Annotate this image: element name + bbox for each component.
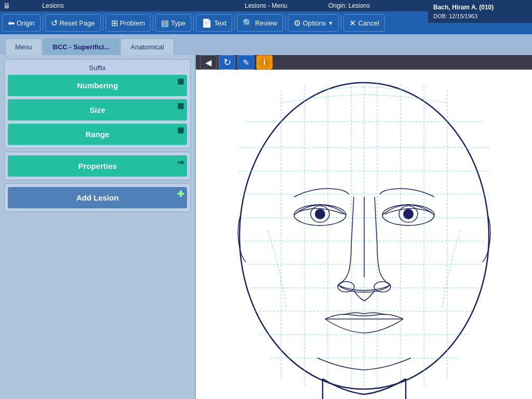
tab-anatomical[interactable]: Anatomical	[121, 38, 174, 55]
text-icon: 📄	[202, 18, 212, 28]
refresh-button[interactable]: ↻	[219, 55, 235, 70]
patient-dob: DOB: 12/15/1963	[433, 12, 527, 21]
problem-icon: ⊞	[111, 18, 118, 28]
info-icon: i	[263, 58, 265, 67]
right-toolbar: ◀ ↻ ✎ i	[196, 55, 532, 70]
suffix-section: Suffix Numbering ▦ Size ▦ Range ▦	[4, 59, 191, 149]
separator-6	[285, 15, 286, 31]
type-icon: ▤	[161, 18, 169, 28]
size-corner-icon: ▦	[177, 101, 184, 110]
face-diagram	[214, 75, 515, 399]
review-button[interactable]: 🔍 Review	[237, 14, 283, 32]
back-icon: ◀	[205, 58, 211, 68]
options-icon: ⚙	[294, 18, 301, 28]
separator-5	[234, 15, 235, 31]
text-button[interactable]: 📄 Text	[196, 14, 232, 32]
left-title: Lesions	[0, 2, 106, 9]
properties-button[interactable]: Properties ⇒	[8, 155, 187, 177]
edit-button[interactable]: ✎	[237, 55, 254, 70]
tab-bcc[interactable]: BCC - Superifici...	[43, 38, 120, 55]
range-button[interactable]: Range ▦	[8, 124, 187, 145]
separator-1	[43, 15, 43, 31]
options-dropdown-icon: ▼	[328, 20, 334, 26]
main-content: Suffix Numbering ▦ Size ▦ Range ▦ Proper…	[0, 55, 532, 399]
tab-row: Menu BCC - Superifici... Anatomical	[0, 34, 532, 55]
separator-7	[341, 15, 341, 31]
refresh-icon: ↻	[223, 57, 231, 68]
info-button[interactable]: i	[256, 55, 273, 70]
dob-value: 12/15/1963	[449, 13, 477, 19]
numbering-corner-icon: ▦	[177, 77, 184, 85]
separator-2	[103, 15, 103, 31]
suffix-title: Suffix	[8, 63, 187, 75]
tab-menu[interactable]: Menu	[5, 38, 42, 55]
patient-name: Bach, Hiram A. (010)	[433, 3, 527, 12]
edit-icon: ✎	[243, 58, 249, 68]
cancel-icon: ✕	[349, 18, 356, 28]
range-corner-icon: ▦	[177, 126, 184, 134]
left-panel: Suffix Numbering ▦ Size ▦ Range ▦ Proper…	[0, 55, 195, 399]
back-button[interactable]: ◀	[200, 55, 217, 70]
dob-label: DOB:	[433, 13, 447, 19]
properties-arrow-icon: ⇒	[177, 157, 184, 167]
right-panel: ◀ ↻ ✎ i	[195, 55, 532, 399]
size-button[interactable]: Size ▦	[8, 99, 187, 121]
separator-3	[153, 15, 153, 31]
origin-button[interactable]: ⬅ Origin	[2, 14, 41, 32]
svg-point-28	[403, 209, 414, 219]
origin-icon: ⬅	[8, 18, 15, 28]
cancel-button[interactable]: ✕ Cancel	[343, 14, 384, 32]
numbering-button[interactable]: Numbering ▦	[8, 75, 187, 96]
separator-4	[193, 15, 194, 31]
review-icon: 🔍	[243, 18, 253, 28]
right-title: Origin: Lesions	[270, 2, 428, 9]
reset-icon: ↺	[51, 18, 58, 28]
add-lesion-icon: ✚	[177, 189, 184, 199]
svg-point-25	[315, 209, 325, 219]
patient-panel: Bach, Hiram A. (010) DOB: 12/15/1963	[428, 0, 532, 23]
add-lesion-button[interactable]: Add Lesion ✚	[8, 187, 187, 208]
type-button[interactable]: ▤ Type	[155, 14, 191, 32]
properties-section: Properties ⇒	[4, 152, 191, 180]
anatomical-view	[196, 70, 532, 399]
problem-button[interactable]: ⊞ Problem	[105, 14, 151, 32]
options-button[interactable]: ⚙ Options ▼	[288, 14, 339, 32]
add-lesion-section: Add Lesion ✚	[4, 183, 191, 212]
reset-page-button[interactable]: ↺ Reset Page	[45, 14, 101, 32]
